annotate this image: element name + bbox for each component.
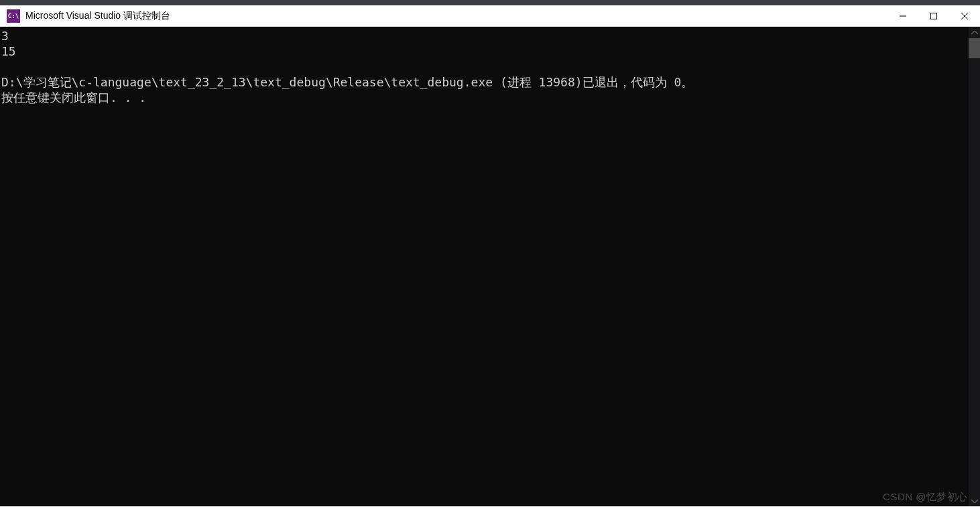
scroll-thumb[interactable] xyxy=(969,38,980,58)
console-output: 3 15 D:\学习笔记\c-language\text_23_2_13\tex… xyxy=(1,28,968,105)
maximize-button[interactable] xyxy=(918,5,949,27)
minimize-button[interactable] xyxy=(887,5,918,27)
close-icon xyxy=(961,13,968,19)
svg-rect-1 xyxy=(931,13,937,19)
vertical-scrollbar[interactable] xyxy=(969,27,980,506)
window-title: Microsoft Visual Studio 调试控制台 xyxy=(25,10,170,22)
scroll-up-button[interactable] xyxy=(969,27,980,38)
app-icon: C:\ xyxy=(7,9,20,23)
scroll-down-button[interactable] xyxy=(969,495,980,506)
top-strip xyxy=(0,0,980,5)
chevron-up-icon xyxy=(971,31,978,35)
watermark-text: CSDN @忆梦初心 xyxy=(883,491,968,504)
window-controls xyxy=(887,5,980,27)
close-button[interactable] xyxy=(949,5,980,27)
console-area[interactable]: 3 15 D:\学习笔记\c-language\text_23_2_13\tex… xyxy=(0,27,980,506)
title-bar[interactable]: C:\ Microsoft Visual Studio 调试控制台 xyxy=(0,5,980,27)
maximize-icon xyxy=(930,13,937,19)
chevron-down-icon xyxy=(971,499,978,503)
minimize-icon xyxy=(900,13,906,19)
